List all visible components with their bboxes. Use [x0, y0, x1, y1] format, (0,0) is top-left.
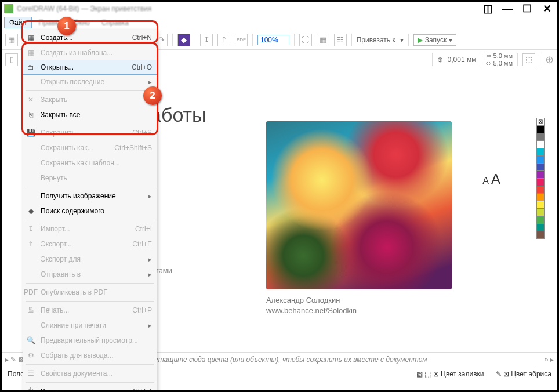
bbox-icon[interactable]: ⬚ — [522, 53, 535, 66]
guides-icon[interactable]: ☷ — [334, 34, 347, 46]
menu-item-icon: ⏻ — [26, 386, 36, 392]
artwork-author: Александр Солодкин — [266, 295, 357, 306]
menu-item: Вернуть — [23, 170, 157, 186]
menu-item[interactable]: ▦Создать...Ctrl+N — [23, 30, 157, 45]
maximize-button[interactable]: ☐ — [522, 4, 532, 13]
menu-item-shortcut: Ctrl+P — [132, 306, 152, 314]
color-swatch[interactable] — [536, 208, 545, 216]
menu-file[interactable]: Файл — [4, 17, 32, 28]
menu-blur[interactable]: Справка — [97, 17, 133, 28]
menu-item[interactable]: ◆Поиск содержимого — [23, 204, 157, 219]
color-swatch[interactable] — [536, 125, 545, 133]
file-menu[interactable]: ▦Создать...Ctrl+N▦Создать из шаблона...🗀… — [23, 30, 157, 392]
titlebar: CorelDRAW (64-Bit) — Экран приветствия ◫… — [2, 2, 557, 16]
menu-item-shortcut: Ctrl+S — [132, 129, 152, 137]
submenu-arrow-icon — [148, 78, 152, 86]
menu-item[interactable]: ⏻ВыходAlt+F4 — [23, 384, 157, 392]
fullscreen-icon[interactable]: ⛶ — [299, 34, 312, 46]
color-swatch[interactable] — [536, 140, 545, 148]
search-content-icon[interactable]: ◆ — [177, 34, 190, 46]
launch-button[interactable]: ▶ Запуск ▾ — [413, 34, 457, 46]
menu-item-label: Выход — [41, 387, 127, 392]
color-swatch[interactable] — [536, 223, 545, 231]
snap-label: Привязать к — [357, 36, 395, 44]
fill-indicator[interactable]: ▧ ⬚ ⊠ Цвет заливки — [416, 370, 484, 378]
menu-item-label: Экспорт для — [41, 255, 144, 263]
color-swatch[interactable] — [536, 133, 545, 141]
page-icon[interactable]: ▯ — [5, 53, 18, 66]
hint-text: Перетащите сюда цвета (или объекты), что… — [141, 355, 427, 364]
import-icon[interactable]: ↧ — [200, 34, 213, 46]
color-palette[interactable]: ⊠ — [536, 118, 546, 238]
menu-item[interactable]: Получить изображение — [23, 188, 157, 204]
color-swatch[interactable] — [536, 155, 545, 164]
nudge-icon: ⊕ — [437, 56, 443, 64]
featured-artwork — [266, 121, 452, 289]
menu-item-label: Отправить в — [41, 270, 144, 278]
menu-item-shortcut: Ctrl+Shift+S — [114, 144, 152, 152]
submenu-arrow-icon — [148, 192, 152, 200]
export-icon[interactable]: ↥ — [217, 34, 230, 46]
menu-item[interactable]: ⎘Закрыть все — [23, 107, 157, 122]
color-swatch[interactable] — [536, 231, 545, 239]
minimize-button[interactable]: — — [503, 4, 512, 13]
menu-item-icon — [26, 143, 36, 153]
menu-item-label: Создать из шаблона... — [41, 49, 152, 57]
account-icon[interactable]: ◫ — [483, 4, 492, 13]
color-swatch[interactable] — [536, 163, 545, 171]
pdf-icon[interactable]: PDF — [235, 34, 248, 46]
menu-item-icon: ✕ — [26, 95, 36, 105]
dup-x[interactable]: 5,0 мм — [493, 52, 513, 59]
menu-item-icon — [26, 77, 36, 87]
color-swatch[interactable] — [536, 193, 545, 201]
menu-item-shortcut: Ctrl+I — [135, 225, 152, 233]
color-swatch[interactable] — [536, 216, 545, 224]
menu-item-label: Экспорт... — [41, 240, 128, 248]
nudge-input[interactable]: 0,001 мм — [448, 56, 477, 64]
grid-icon[interactable]: ▦ — [317, 34, 329, 46]
dup-y[interactable]: 5,0 мм — [493, 60, 513, 67]
menu-item-label: Поиск содержимого — [41, 207, 152, 215]
submenu-arrow-icon — [148, 321, 152, 329]
menu-item: 🔍Предварительный просмотр... — [23, 333, 157, 348]
add-icon[interactable]: ⊕ — [545, 53, 554, 66]
menu-item: Слияние при печати — [23, 318, 157, 333]
menu-item-icon — [26, 269, 36, 280]
menu-item: ↥Экспорт...Ctrl+E — [23, 237, 157, 252]
menu-item: ✕Закрыть — [23, 92, 157, 107]
menu-item-icon: ☰ — [26, 368, 36, 379]
outline-indicator[interactable]: ✎ ⊠ Цвет абриса — [496, 370, 552, 378]
menu-item: Отправить в — [23, 267, 157, 282]
no-color-swatch[interactable]: ⊠ — [536, 118, 545, 126]
menu-item: Сохранить как...Ctrl+Shift+S — [23, 140, 157, 155]
color-swatch[interactable] — [536, 178, 545, 186]
close-button[interactable]: ✕ — [542, 4, 551, 13]
color-swatch[interactable] — [536, 170, 545, 179]
menu-item-icon — [26, 191, 36, 201]
color-swatch[interactable] — [536, 186, 545, 194]
color-swatch[interactable] — [536, 148, 545, 156]
menu-item: 🖶Печать...Ctrl+P — [23, 303, 157, 318]
artwork-link[interactable]: www.behance.net/Solodkin — [266, 306, 357, 316]
menu-item-label: Печать... — [41, 306, 128, 314]
color-swatch[interactable] — [536, 201, 545, 209]
menu-item-icon — [26, 158, 36, 168]
menu-item-icon: 🖶 — [26, 305, 36, 315]
menu-item-label: Открыть последние — [41, 78, 144, 86]
menu-item-icon: ↧ — [26, 224, 36, 234]
menu-item[interactable]: 🗀Открыть...Ctrl+O — [23, 60, 157, 75]
menu-item-label: Опубликовать в PDF — [41, 288, 152, 296]
menu-item-icon: ↥ — [26, 239, 36, 249]
zoom-input[interactable]: 100% — [257, 35, 289, 45]
menu-item-icon — [26, 173, 36, 183]
menu-item: Сохранить как шаблон... — [23, 155, 157, 170]
menu-item-label: Сохранить как... — [41, 144, 110, 152]
snap-dropdown[interactable]: ▾ — [400, 36, 404, 44]
menu-item-label: Вернуть — [41, 174, 152, 182]
menu-item-icon — [26, 254, 36, 264]
menu-item: Экспорт для — [23, 252, 157, 267]
launch-label: Запуск — [425, 36, 447, 44]
new-icon[interactable]: ▦ — [5, 34, 18, 46]
menu-item-label: Собрать для вывода... — [41, 351, 152, 360]
menu-item-icon: ▦ — [26, 48, 36, 58]
